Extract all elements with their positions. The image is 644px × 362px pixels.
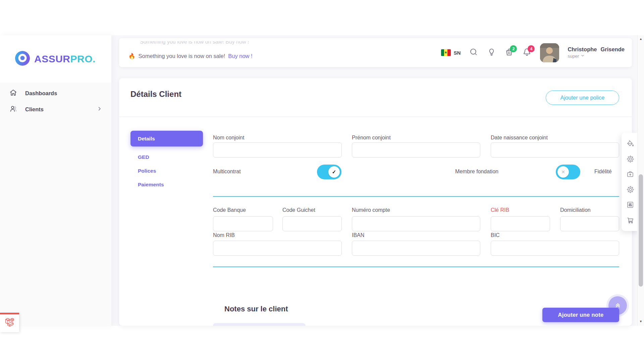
sale-banner: 🔥 Something you love is now on sale! Buy…: [128, 53, 253, 59]
input-nom-rib[interactable]: [213, 241, 342, 256]
page-title: Détails Client: [130, 89, 181, 99]
user-name: ChristopheGrisende: [568, 46, 625, 53]
membre-fondation-toggle[interactable]: ✕: [556, 165, 580, 179]
avatar[interactable]: [540, 43, 559, 62]
flag-sn-icon: ★: [441, 49, 451, 56]
multicontrat-toggle[interactable]: ✓: [317, 165, 341, 179]
input-numero-compte[interactable]: [352, 216, 480, 231]
scrollbar-thumb[interactable]: [639, 174, 643, 287]
sidebar-item-label: Clients: [25, 106, 44, 113]
sidebar: ASSURPRO. Dashboards Client: [0, 35, 111, 326]
scrollbar-down-icon[interactable]: ▼: [638, 320, 644, 323]
notifications-button[interactable]: 4: [522, 48, 532, 57]
banner-text: Something you love is now on sale!: [139, 53, 225, 59]
notes-tab-pill[interactable]: [213, 323, 306, 326]
notes-section-title: Notes sur le client: [224, 305, 288, 313]
search-button[interactable]: [469, 48, 478, 57]
scrollbar-up-icon[interactable]: ▲: [638, 37, 644, 41]
settings-gear-icon[interactable]: [626, 155, 635, 163]
tab-details[interactable]: Details: [130, 131, 203, 146]
notifications-badge: 4: [528, 45, 535, 52]
sidebar-item-label: Dashboards: [25, 90, 57, 97]
cart-button[interactable]: 2: [504, 48, 514, 57]
field-label: Prénom conjoint: [352, 135, 391, 141]
customizer-toolbar: [622, 133, 639, 231]
field-label-cle-rib: Clé RIB: [491, 207, 509, 213]
check-icon: ✓: [332, 169, 336, 175]
chevron-down-icon: [581, 54, 585, 59]
flame-icon: 🔥: [128, 53, 136, 59]
app-screen: ASSURPRO. Dashboards Client: [0, 0, 644, 362]
input-cle-rib[interactable]: [491, 216, 550, 231]
page-scrollbar[interactable]: ▲ ▼: [637, 35, 644, 326]
users-icon: [9, 105, 17, 114]
theme-toggle-button[interactable]: [487, 48, 496, 57]
client-form: Nom conjoint Prénom conjoint Date naissa…: [213, 78, 619, 326]
field-label: Numéro compte: [352, 207, 390, 213]
field-label: Multicontrat: [213, 169, 241, 175]
banner-marquee-ghost: Something you love is now on sale! Buy n…: [140, 41, 395, 46]
cart-badge: 2: [510, 45, 517, 52]
input-iban[interactable]: [352, 241, 480, 256]
sliders-icon[interactable]: [626, 200, 635, 209]
debugbar-widget[interactable]: [0, 313, 19, 332]
settings-gear-icon-2[interactable]: [626, 185, 635, 194]
sidebar-item-clients[interactable]: Clients: [0, 102, 111, 116]
cart-icon[interactable]: [626, 216, 635, 224]
client-details-card: Détails Client Ajouter une police Detail…: [119, 78, 632, 326]
input-bic[interactable]: [491, 241, 619, 256]
top-navbar: Something you love is now on sale! Buy n…: [119, 38, 632, 67]
laravel-icon: [4, 317, 16, 330]
field-label: Membre fondation: [455, 169, 498, 175]
locale-switcher[interactable]: ★ SN: [441, 49, 461, 56]
detail-tabs: Details GED Polices Paiements: [130, 131, 203, 188]
brand-logo[interactable]: ASSURPRO.: [0, 35, 111, 83]
field-label: Date naissance conjoint: [491, 135, 548, 141]
input-code-banque[interactable]: [213, 216, 273, 231]
tab-paiements[interactable]: Paiements: [130, 182, 203, 188]
section-divider: [213, 196, 619, 197]
home-icon: [9, 89, 17, 98]
x-icon: ✕: [561, 169, 565, 175]
field-label: IBAN: [352, 232, 364, 238]
tab-ged[interactable]: GED: [130, 154, 203, 160]
paint-bucket-icon[interactable]: [626, 139, 635, 148]
locale-code: SN: [454, 50, 461, 56]
medical-kit-icon[interactable]: [626, 170, 635, 179]
tab-polices[interactable]: Polices: [130, 168, 203, 174]
user-role: super: [568, 54, 625, 59]
input-domiciliation[interactable]: [560, 216, 619, 231]
field-label: Nom RIB: [213, 232, 235, 238]
sidebar-nav: Dashboards Clients: [0, 84, 111, 118]
brand-name: ASSURPRO.: [34, 53, 96, 65]
input-date-naissance-conjoint[interactable]: [491, 142, 619, 158]
brand-logo-icon: [15, 51, 30, 67]
search-icon: [469, 48, 478, 58]
sidebar-item-dashboards[interactable]: Dashboards: [0, 86, 111, 100]
chevron-right-icon: [97, 106, 102, 112]
input-code-guichet[interactable]: [282, 216, 342, 231]
section-divider: [213, 266, 619, 267]
toggle-knob: ✕: [557, 166, 569, 178]
add-note-button[interactable]: Ajouter une note: [542, 308, 619, 322]
field-label: Domiciliation: [560, 207, 591, 213]
field-label: Code Guichet: [282, 207, 315, 213]
lightbulb-icon: [487, 48, 496, 58]
field-label: Code Banque: [213, 207, 246, 213]
toggle-knob: ✓: [328, 166, 340, 178]
field-label: Fidélité: [594, 169, 612, 175]
user-menu[interactable]: ChristopheGrisende super: [568, 46, 625, 59]
input-nom-conjoint[interactable]: [213, 142, 342, 158]
field-label: Nom conjoint: [213, 135, 244, 141]
buy-now-link[interactable]: Buy now !: [228, 53, 252, 59]
field-label: BIC: [491, 232, 500, 238]
navbar-actions: ★ SN: [441, 38, 625, 67]
input-prenom-conjoint[interactable]: [352, 142, 480, 158]
